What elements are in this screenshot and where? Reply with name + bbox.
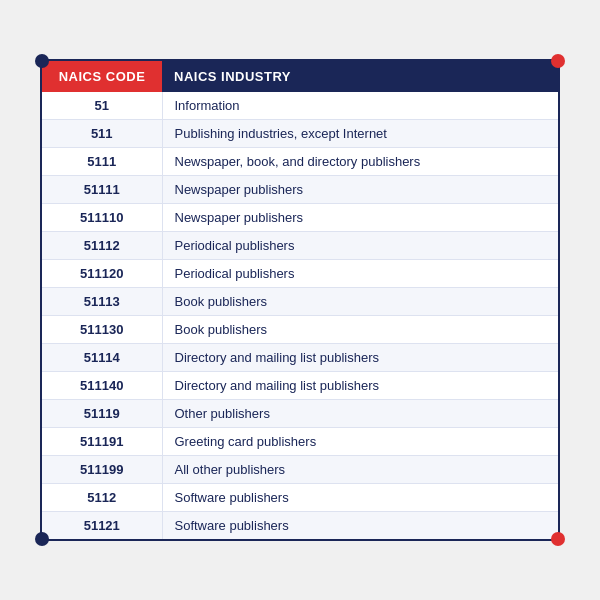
table-row: 511130Book publishers <box>42 316 558 344</box>
naics-code-cell: 511130 <box>42 316 162 344</box>
naics-industry-cell: Periodical publishers <box>162 232 558 260</box>
naics-industry-cell: All other publishers <box>162 456 558 484</box>
naics-code-cell: 511 <box>42 120 162 148</box>
naics-code-cell: 511120 <box>42 260 162 288</box>
naics-code-cell: 51114 <box>42 344 162 372</box>
naics-code-cell: 511110 <box>42 204 162 232</box>
table-row: 5111Newspaper, book, and directory publi… <box>42 148 558 176</box>
corner-dot-top-left <box>35 54 49 68</box>
col-header-industry: NAICS INDUSTRY <box>162 61 558 92</box>
table-row: 51Information <box>42 92 558 120</box>
naics-industry-cell: Newspaper publishers <box>162 204 558 232</box>
naics-code-cell: 51119 <box>42 400 162 428</box>
naics-code-cell: 51111 <box>42 176 162 204</box>
naics-code-cell: 511199 <box>42 456 162 484</box>
table-row: 511Publishing industries, except Interne… <box>42 120 558 148</box>
table-row: 5112Software publishers <box>42 484 558 512</box>
naics-industry-cell: Software publishers <box>162 484 558 512</box>
table-row: 511120Periodical publishers <box>42 260 558 288</box>
naics-code-cell: 511191 <box>42 428 162 456</box>
naics-code-cell: 51113 <box>42 288 162 316</box>
naics-table: NAICS CODE NAICS INDUSTRY 51Information5… <box>42 61 558 539</box>
naics-code-cell: 51121 <box>42 512 162 540</box>
table-row: 511140Directory and mailing list publish… <box>42 372 558 400</box>
corner-dot-bottom-right <box>551 532 565 546</box>
table-row: 51112Periodical publishers <box>42 232 558 260</box>
col-header-code: NAICS CODE <box>42 61 162 92</box>
table-row: 51114Directory and mailing list publishe… <box>42 344 558 372</box>
naics-industry-cell: Directory and mailing list publishers <box>162 344 558 372</box>
naics-industry-cell: Greeting card publishers <box>162 428 558 456</box>
corner-dot-top-right <box>551 54 565 68</box>
naics-industry-cell: Publishing industries, except Internet <box>162 120 558 148</box>
naics-industry-cell: Book publishers <box>162 288 558 316</box>
naics-industry-cell: Information <box>162 92 558 120</box>
naics-code-cell: 51 <box>42 92 162 120</box>
table-row: 511199All other publishers <box>42 456 558 484</box>
naics-industry-cell: Newspaper, book, and directory publisher… <box>162 148 558 176</box>
naics-industry-cell: Book publishers <box>162 316 558 344</box>
naics-industry-cell: Directory and mailing list publishers <box>162 372 558 400</box>
table-row: 511191Greeting card publishers <box>42 428 558 456</box>
naics-industry-cell: Periodical publishers <box>162 260 558 288</box>
table-row: 51113Book publishers <box>42 288 558 316</box>
naics-industry-cell: Software publishers <box>162 512 558 540</box>
naics-industry-cell: Other publishers <box>162 400 558 428</box>
naics-code-cell: 5112 <box>42 484 162 512</box>
table-row: 511110Newspaper publishers <box>42 204 558 232</box>
naics-code-cell: 511140 <box>42 372 162 400</box>
naics-industry-cell: Newspaper publishers <box>162 176 558 204</box>
corner-dot-bottom-left <box>35 532 49 546</box>
table-row: 51111Newspaper publishers <box>42 176 558 204</box>
table-row: 51119Other publishers <box>42 400 558 428</box>
naics-table-card: NAICS CODE NAICS INDUSTRY 51Information5… <box>40 59 560 541</box>
table-row: 51121Software publishers <box>42 512 558 540</box>
naics-code-cell: 51112 <box>42 232 162 260</box>
naics-code-cell: 5111 <box>42 148 162 176</box>
